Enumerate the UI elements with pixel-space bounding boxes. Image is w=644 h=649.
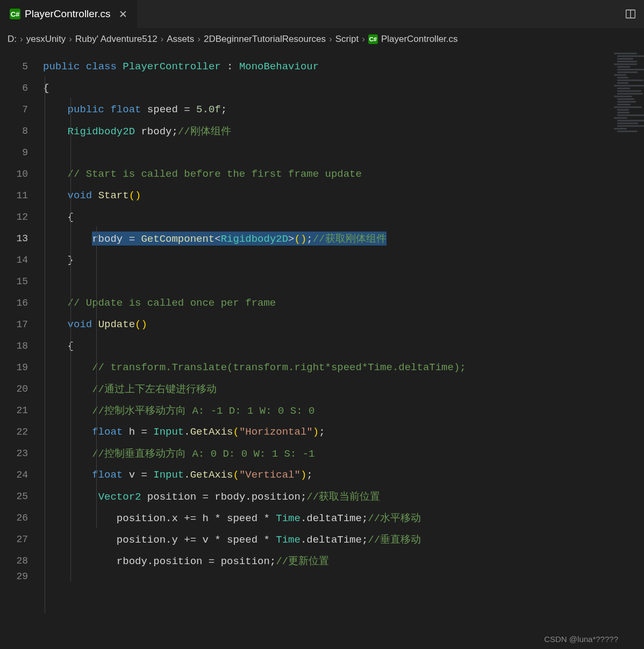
breadcrumb[interactable]: D:› yesxUnity› Ruby' Adventure512› Asset…: [0, 28, 644, 49]
code-line[interactable]: 19 // transform.Translate(transform.righ…: [0, 357, 612, 378]
code-line[interactable]: 11 void Start(): [0, 185, 612, 206]
split-editor-icon[interactable]: [625, 9, 636, 19]
breadcrumb-item[interactable]: yesxUnity: [26, 34, 66, 45]
code-line[interactable]: 17 void Update(): [0, 314, 612, 335]
breadcrumb-item[interactable]: Assets: [167, 34, 194, 45]
line-number: 16: [0, 298, 43, 308]
line-number: 9: [0, 147, 43, 158]
line-number: 8: [0, 126, 43, 136]
line-number: 15: [0, 276, 43, 287]
code-line[interactable]: 13 rbody = GetComponent<Rigidbody2D>();/…: [0, 228, 612, 249]
line-number: 23: [0, 448, 43, 459]
line-number: 20: [0, 384, 43, 394]
code-line[interactable]: 18 {: [0, 335, 612, 357]
tab-active[interactable]: C# PlayerController.cs ✕: [0, 0, 138, 28]
breadcrumb-item[interactable]: Ruby' Adventure512: [75, 34, 158, 45]
code-line[interactable]: 28 rbody.position = position;//更新位置: [0, 550, 612, 572]
editor[interactable]: //控制角色移动生命动画等5public class PlayerControl…: [0, 49, 644, 649]
line-number: 27: [0, 534, 43, 545]
line-number: 25: [0, 491, 43, 502]
line-number: 21: [0, 405, 43, 416]
code-line[interactable]: 15: [0, 271, 612, 292]
line-number: 28: [0, 556, 43, 566]
code-line[interactable]: 9: [0, 142, 612, 163]
line-number: 10: [0, 169, 43, 179]
code-line[interactable]: 23 //控制垂直移动方向 A: 0 D: 0 W: 1 S: -1: [0, 443, 612, 464]
line-number: 22: [0, 427, 43, 437]
code-line[interactable]: 25 Vector2 position = rbody.position;//获…: [0, 486, 612, 507]
csharp-file-icon: C#: [368, 34, 378, 44]
line-number: 19: [0, 362, 43, 373]
breadcrumb-item[interactable]: Script: [335, 34, 359, 45]
line-number: 7: [0, 104, 43, 115]
breadcrumb-item[interactable]: 2DBeginnerTutorialResources: [204, 34, 326, 45]
code-line[interactable]: 7 public float speed = 5.0f;: [0, 99, 612, 120]
minimap[interactable]: [612, 49, 644, 649]
line-number: 17: [0, 319, 43, 330]
line-number: 5: [0, 61, 43, 72]
code-line[interactable]: 21 //控制水平移动方向 A: -1 D: 1 W: 0 S: 0: [0, 400, 612, 421]
code-line[interactable]: 16 // Update is called once per frame: [0, 292, 612, 314]
code-line[interactable]: 10 // Start is called before the first f…: [0, 163, 612, 185]
tab-title: PlayerController.cs: [25, 8, 110, 20]
code-line[interactable]: 6{: [0, 77, 612, 99]
code-line[interactable]: 8 Rigidbody2D rbody;//刚体组件: [0, 120, 612, 142]
close-tab-icon[interactable]: ✕: [119, 8, 127, 20]
code-line[interactable]: 20 //通过上下左右键进行移动: [0, 378, 612, 400]
line-number: 26: [0, 513, 43, 523]
breadcrumb-item[interactable]: PlayerController.cs: [381, 34, 458, 45]
tab-bar: C# PlayerController.cs ✕: [0, 0, 644, 28]
code-line[interactable]: 24 float v = Input.GetAxis("Vertical");: [0, 464, 612, 486]
line-number: 12: [0, 212, 43, 222]
code-line[interactable]: 14 }: [0, 249, 612, 271]
code-line[interactable]: 27 position.y += v * speed * Time.deltaT…: [0, 529, 612, 550]
line-number: 13: [0, 233, 43, 244]
csharp-file-icon: C#: [10, 9, 20, 19]
code-line[interactable]: 26 position.x += h * speed * Time.deltaT…: [0, 507, 612, 529]
line-number: 18: [0, 341, 43, 351]
line-number: 6: [0, 83, 43, 93]
watermark: CSDN @luna*?????: [544, 634, 618, 644]
line-number: 24: [0, 470, 43, 480]
code-line[interactable]: 5public class PlayerController : MonoBeh…: [0, 56, 612, 77]
breadcrumb-item[interactable]: D:: [8, 34, 17, 45]
code-line[interactable]: 22 float h = Input.GetAxis("Horizontal")…: [0, 421, 612, 443]
code-line[interactable]: 12 {: [0, 206, 612, 228]
line-number: 14: [0, 255, 43, 265]
line-number: 11: [0, 190, 43, 201]
